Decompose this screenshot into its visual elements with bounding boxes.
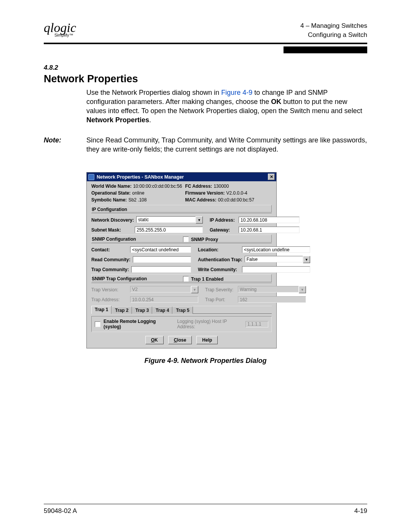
- page-header: qlogic Simplify™ 4 – Managing Switches C…: [44, 19, 367, 40]
- trap-address-input: [130, 296, 198, 303]
- gateway-label: Gateway:: [210, 227, 236, 233]
- chevron-down-icon: ▼: [299, 286, 306, 293]
- chevron-down-icon[interactable]: ▼: [196, 216, 203, 224]
- tab-trap5[interactable]: Trap 5: [172, 307, 193, 314]
- trap-version-label: Trap Version:: [91, 287, 128, 292]
- remote-logging-row: Enable Remote Logging (syslog) Logging (…: [91, 316, 272, 332]
- divider: [91, 243, 272, 244]
- snmp-proxy-label: SNMP Proxy: [191, 237, 218, 242]
- fw-label: Firmware Version:: [185, 190, 225, 196]
- trap-severity-label: Trap Severity:: [205, 287, 236, 292]
- contact-label: Contact:: [91, 247, 128, 252]
- trap-community-input[interactable]: [131, 266, 191, 273]
- network-properties-dialog: Network Properties - SANbox Manager ✕ Wo…: [86, 172, 277, 348]
- note-label: Note:: [44, 136, 86, 154]
- logo: qlogic: [44, 19, 76, 34]
- header-line1: 4 – Managing Switches: [300, 21, 367, 30]
- section-number: 4.8.2: [44, 64, 367, 72]
- tab-trap3[interactable]: Trap 3: [132, 307, 152, 314]
- trap-tabs: Trap 1 Trap 2 Trap 3 Trap 4 Trap 5: [91, 306, 272, 314]
- close-button[interactable]: Close: [168, 336, 192, 344]
- tab-trap4[interactable]: Trap 4: [152, 307, 172, 314]
- footer-right: 4-19: [354, 507, 367, 515]
- close-icon[interactable]: ✕: [268, 174, 275, 180]
- net-disc-value[interactable]: [136, 216, 196, 223]
- np-word: Network Properties: [86, 116, 149, 124]
- read-community-input[interactable]: [133, 256, 191, 263]
- ip-address-input[interactable]: [239, 217, 299, 223]
- trap-version-dropdown: ▼: [130, 286, 198, 293]
- trap-severity-dropdown: ▼: [238, 286, 306, 293]
- tab-trap1[interactable]: Trap 1: [91, 306, 112, 314]
- figure-link[interactable]: Figure 4-9: [221, 89, 252, 96]
- trap-severity-value: [238, 286, 299, 292]
- syslog-host-input: [245, 321, 268, 328]
- p1a: Use the Network Properties dialog shown …: [86, 89, 221, 96]
- body-paragraph: Use the Network Properties dialog shown …: [86, 88, 367, 125]
- ip-addr-label: IP Address:: [210, 217, 236, 223]
- trap-port-input: [238, 296, 306, 303]
- logo-tagline: Simplify™: [54, 33, 76, 37]
- enable-remote-logging-checkbox[interactable]: [95, 321, 100, 327]
- fc-label: FC Address:: [185, 184, 212, 189]
- mac-value: 00:c0:dd:00:bc:57: [218, 197, 254, 203]
- sym-label: Symbolic Name:: [91, 197, 127, 203]
- trap-port-label: Trap Port:: [205, 297, 236, 302]
- auth-trap-dropdown[interactable]: ▼: [245, 256, 310, 263]
- ok-button[interactable]: OK: [145, 336, 164, 344]
- rule-spacer: [44, 46, 284, 47]
- enable-remote-logging-label: Enable Remote Logging (syslog): [104, 319, 171, 329]
- subnet-label: Subnet Mask:: [91, 227, 132, 233]
- trap1-enabled-checkbox[interactable]: [183, 276, 189, 282]
- header-black-box: [284, 46, 367, 53]
- titlebar[interactable]: Network Properties - SANbox Manager ✕: [87, 173, 276, 181]
- snmp-proxy-checkbox[interactable]: [183, 236, 189, 242]
- subnet-mask-input[interactable]: [135, 227, 203, 233]
- trap-community-label: Trap Community:: [91, 267, 129, 272]
- divider: [91, 213, 272, 214]
- write-community-label: Write Community:: [198, 267, 240, 272]
- gateway-input[interactable]: [239, 227, 299, 233]
- trap-version-value: [130, 286, 191, 292]
- chevron-down-icon[interactable]: ▼: [303, 256, 310, 263]
- wwn-value: 10:00:00:c0:dd:00:bc:56: [133, 184, 182, 189]
- trap-address-label: Trap Address:: [91, 297, 128, 302]
- fc-value: 130000: [213, 184, 229, 189]
- net-disc-label: Network Discovery:: [91, 217, 134, 223]
- header-right: 4 – Managing Switches Configuring a Swit…: [300, 19, 367, 40]
- syslog-host-label: Logging (syslog) Host IP Address:: [177, 319, 242, 329]
- read-community-label: Read Community:: [91, 257, 131, 262]
- trap1-enabled-label: Trap 1 Enabled: [191, 276, 223, 282]
- contact-input[interactable]: [130, 246, 191, 253]
- app-icon: [88, 174, 94, 180]
- write-community-input[interactable]: [242, 266, 310, 273]
- fw-value: V2.0.0.0-4: [226, 190, 247, 196]
- snmp-trap-config-header: SNMP Trap Configuration: [92, 276, 168, 282]
- header-line2: Configuring a Switch: [300, 30, 367, 40]
- auth-trap-label: Authentication Trap:: [198, 257, 242, 262]
- tab-spacer: [193, 306, 272, 314]
- wwn-label: World Wide Name:: [91, 184, 132, 189]
- sym-value: Sb2 .108: [128, 197, 147, 203]
- help-button[interactable]: Help: [196, 336, 218, 344]
- op-label: Operational State:: [91, 190, 131, 196]
- mac-label: MAC Address:: [185, 197, 216, 203]
- op-value: online: [132, 190, 144, 196]
- network-discovery-dropdown[interactable]: ▼: [136, 216, 203, 224]
- page-footer: 59048-02 A 4-19: [44, 504, 367, 515]
- location-input[interactable]: [242, 246, 310, 253]
- rule-row: [44, 46, 367, 53]
- rule-top: [44, 43, 367, 44]
- ip-config-header: IP Configuration: [91, 205, 272, 212]
- note-text: Since Read Community, Trap Community, an…: [86, 136, 367, 154]
- figure-caption: Figure 4-9. Network Properties Dialog: [44, 357, 367, 365]
- logo-block: qlogic Simplify™: [44, 19, 76, 37]
- auth-trap-value[interactable]: [245, 256, 303, 262]
- info-grid: World Wide Name:10:00:00:c0:dd:00:bc:56 …: [91, 184, 272, 203]
- dialog-button-row: OK Close Help: [91, 336, 272, 344]
- dialog-title: Network Properties - SANbox Manager: [97, 174, 184, 180]
- ok-word: OK: [271, 98, 281, 105]
- location-label: Location:: [198, 247, 240, 252]
- footer-left: 59048-02 A: [44, 507, 77, 515]
- tab-trap2[interactable]: Trap 2: [112, 307, 132, 314]
